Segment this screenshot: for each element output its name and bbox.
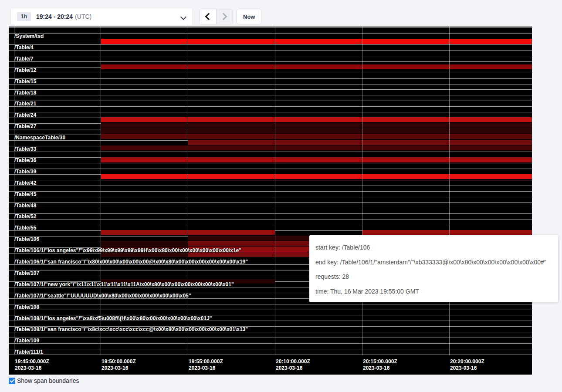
x-axis-label: 19:50:00.000Z2023-03-16 (102, 358, 136, 372)
chevron-right-icon (220, 13, 227, 20)
row-key-label: /Table/111/1 (14, 349, 43, 355)
tooltip-start-key: start key: /Table/106 (315, 240, 552, 255)
heat-band (275, 145, 362, 150)
heat-band (362, 128, 449, 133)
show-span-boundaries-checkbox[interactable] (9, 378, 15, 384)
row-key-label: /Table/107/1/"seattle"/"UUUUUUD\x00\x80\… (14, 293, 191, 299)
x-axis-label: 19:55:00.000Z2023-03-16 (189, 358, 223, 372)
heat-band (362, 145, 449, 150)
row-key-label: /Table/15 (14, 79, 36, 84)
span-boundary-line (9, 61, 532, 62)
heat-band (362, 230, 449, 235)
heat-band (101, 64, 188, 69)
row-key-label: /Table/27 (14, 124, 36, 129)
time-gridline (101, 27, 101, 355)
time-gridline (188, 27, 188, 355)
now-button[interactable]: Now (237, 9, 261, 24)
heat-band (275, 134, 362, 139)
heat-band (450, 140, 532, 145)
heatmap-tooltip: start key: /Table/106 end key: /Table/10… (309, 235, 558, 302)
heat-band (188, 128, 275, 133)
time-range-selector[interactable]: 1h 19:24 - 20:24 (UTC) (10, 8, 193, 25)
span-boundary-line (9, 112, 532, 112)
span-boundary-line (9, 355, 532, 355)
range-duration-chip: 1h (17, 12, 31, 21)
span-boundary-line (9, 56, 532, 56)
span-boundary-line (9, 73, 532, 73)
range-timezone: (UTC) (75, 13, 91, 20)
row-key-label: /Table/109 (14, 338, 39, 344)
row-key-label: /Table/108 (14, 304, 39, 310)
row-key-label: /Table/42 (14, 180, 36, 186)
heat-band (188, 39, 275, 44)
tooltip-end-key: end key: /Table/106/1/"amsterdam"/"\xb33… (315, 255, 552, 270)
heat-band (188, 117, 275, 122)
row-key-label: /Table/108/1/"los angeles"/"\xa8\xf5\u00… (14, 316, 212, 321)
span-boundary-line (9, 33, 532, 34)
heat-band (188, 64, 275, 69)
range-text: 19:24 - 20:24 (36, 13, 73, 20)
heat-band (188, 230, 275, 235)
chevron-down-icon (180, 14, 186, 20)
row-key-label: /Table/106 (14, 237, 39, 242)
row-key-label: /Table/107 (14, 270, 39, 276)
row-key-label: /Table/21 (14, 101, 36, 107)
span-boundary-line (9, 163, 532, 163)
heat-band (362, 174, 449, 179)
heat-band (275, 122, 362, 128)
span-boundary-line (9, 84, 532, 84)
span-boundary-line (9, 197, 532, 197)
span-boundary-line (9, 106, 532, 107)
heat-band (188, 122, 275, 128)
heat-band (101, 157, 188, 162)
heat-band (101, 122, 188, 128)
row-key-label: /Table/106/1/"los angeles"/"\x99\x99\x99… (14, 248, 241, 253)
span-boundary-line (9, 202, 532, 203)
span-boundary-line (9, 50, 532, 51)
heat-band (101, 128, 188, 133)
span-boundary-line (9, 304, 532, 304)
row-key-label: /NamespaceTable/30 (14, 135, 65, 141)
footer: Show span boundaries (9, 377, 79, 384)
next-range-button[interactable] (216, 9, 233, 24)
row-key-label: /Table/108/1/"san francisco"/"\x8c\xcc\x… (14, 327, 248, 332)
heat-band (362, 39, 449, 44)
heat-band (101, 145, 188, 150)
x-axis-label: 20:20:00.000Z2023-03-16 (450, 358, 484, 372)
heat-band (450, 157, 532, 162)
heat-band (275, 174, 362, 179)
time-nav-group (199, 9, 233, 24)
heat-band (275, 64, 362, 69)
span-boundary-line (9, 225, 532, 225)
span-boundary-line (9, 186, 532, 186)
span-boundary-line (9, 44, 532, 45)
heat-band (362, 134, 449, 139)
span-boundary-line (9, 101, 532, 101)
heat-band (188, 140, 275, 145)
heat-band (450, 134, 532, 139)
row-key-label: /Table/55 (14, 225, 36, 231)
row-key-label: /Table/36 (14, 158, 36, 163)
row-key-label: /Table/18 (14, 90, 36, 96)
heat-band (450, 39, 532, 44)
heat-band (101, 117, 188, 122)
time-gridline (449, 27, 450, 355)
heat-band (450, 230, 532, 235)
heat-band (101, 134, 188, 139)
time-gridline (275, 27, 275, 355)
heat-band (188, 241, 275, 246)
row-key-label: /Table/52 (14, 214, 36, 220)
heat-band (450, 117, 532, 122)
key-visualizer-heatmap[interactable]: /System/tsd/Table/4/Table/7/Table/12/Tab… (9, 27, 532, 375)
time-gridline (362, 27, 362, 355)
x-axis-label: 20:10:00.000Z2023-03-16 (276, 358, 310, 372)
heat-band (101, 230, 188, 235)
span-boundary-line (9, 191, 532, 192)
prev-range-button[interactable] (200, 9, 216, 24)
heat-band (188, 157, 275, 162)
row-key-label: /Table/45 (14, 192, 36, 197)
span-boundary-line (9, 95, 532, 95)
heat-band (362, 117, 449, 122)
chevron-left-icon (205, 13, 212, 20)
row-key-label: /Table/24 (14, 112, 36, 118)
